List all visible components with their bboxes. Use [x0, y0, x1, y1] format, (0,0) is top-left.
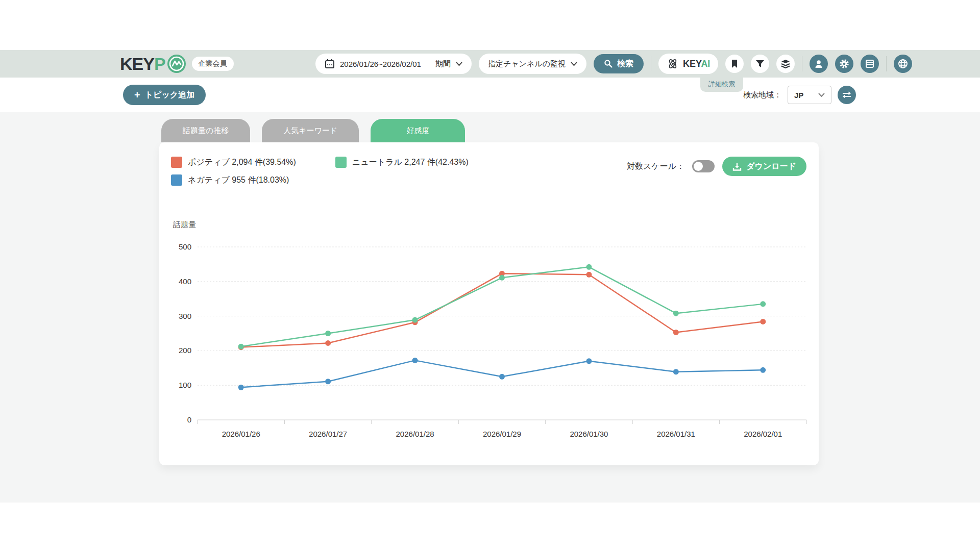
region-select[interactable]: JP [788, 86, 831, 104]
filter-button[interactable] [751, 55, 769, 73]
bookmark-button[interactable] [725, 55, 744, 73]
add-topic-label: トピック追加 [145, 90, 195, 101]
logo: KEYP 企業会員 [120, 50, 234, 78]
data-point-ネガティブ-2026/01/28 [412, 358, 418, 363]
header-divider [886, 56, 887, 71]
atom-icon [667, 58, 679, 70]
tab-label: 人気キーワード [283, 126, 337, 136]
layers-icon [780, 59, 791, 69]
data-point-ネガティブ-2026/01/27 [325, 379, 331, 384]
channel-select-value: 指定チャンネルの監視 [488, 59, 566, 69]
advanced-search-tab[interactable]: 詳細検索 [700, 78, 743, 92]
tab-1[interactable]: 人気キーワード [262, 119, 359, 142]
chevron-down-icon [456, 62, 462, 66]
data-point-ネガティブ-2026/02/01 [760, 367, 766, 373]
tab-2-active[interactable]: 好感度 [371, 119, 465, 142]
swap-region-button[interactable] [838, 86, 856, 104]
date-range-picker[interactable]: 2026/01/26~2026/02/01 期間 [315, 54, 472, 74]
data-point-ポジティブ-2026/01/30 [586, 272, 592, 278]
x-tick-label: 2026/01/31 [657, 430, 695, 438]
download-label: ダウンロード [746, 161, 796, 172]
globe-icon [897, 58, 909, 69]
y-tick-label: 0 [187, 415, 191, 424]
region-select-value: JP [794, 91, 803, 99]
y-tick-label: 400 [179, 277, 191, 286]
content-area: 話題量の推移人気キーワード好感度 ポジティブ 2,094 件(39.54%)ニュ… [0, 112, 980, 503]
advanced-search-label: 詳細検索 [708, 80, 735, 88]
period-label: 期間 [435, 59, 451, 69]
x-tick-label: 2026/01/29 [483, 430, 521, 438]
channel-select[interactable]: 指定チャンネルの監視 [479, 54, 586, 74]
tab-label: 話題量の推移 [183, 126, 229, 136]
data-point-ネガティブ-2026/01/26 [238, 385, 244, 390]
data-point-ネガティブ-2026/01/30 [586, 358, 592, 364]
data-point-ポジティブ-2026/01/31 [673, 330, 679, 335]
y-tick-label: 500 [179, 242, 191, 251]
toggle-knob [694, 162, 703, 171]
keyai-button[interactable]: KEYAI [658, 54, 718, 74]
sentiment-line-chart: 01002003004005002026/01/262026/01/272026… [168, 237, 817, 454]
data-point-ニュートラル-2026/01/31 [673, 311, 679, 316]
user-icon [814, 59, 824, 69]
tab-label: 好感度 [406, 126, 429, 136]
header-bar: KEYP 企業会員 2026/01/26~2026/02/01 期間 [0, 50, 980, 78]
log-scale-label: 対数スケール： [627, 161, 684, 172]
data-point-ニュートラル-2026/01/26 [238, 344, 244, 349]
member-badge: 企業会員 [192, 57, 234, 71]
legend-item-2[interactable]: ネガティブ 955 件(18.03%) [171, 174, 335, 186]
add-topic-button[interactable]: + トピック追加 [123, 85, 206, 105]
language-button[interactable] [894, 55, 912, 73]
series-line-ポジティブ [241, 273, 763, 347]
settings-button[interactable] [835, 55, 853, 73]
card-icon [865, 59, 875, 69]
legend-label: ポジティブ 2,094 件(39.54%) [188, 157, 296, 168]
logo-text: KEYP [120, 54, 187, 74]
keyai-key-text: KEY [683, 59, 701, 69]
card-view-button[interactable] [861, 55, 879, 73]
legend-swatch [171, 157, 182, 168]
tab-0[interactable]: 話題量の推移 [161, 119, 250, 142]
sentiment-chart-card: ポジティブ 2,094 件(39.54%)ニュートラル 2,247 件(42.4… [159, 142, 819, 465]
plus-icon: + [134, 90, 140, 100]
download-icon [732, 162, 742, 171]
legend-item-0[interactable]: ポジティブ 2,094 件(39.54%) [171, 157, 335, 168]
x-tick-label: 2026/01/27 [309, 430, 347, 438]
data-point-ポジティブ-2026/02/01 [760, 319, 766, 324]
y-tick-label: 300 [179, 312, 191, 320]
data-point-ニュートラル-2026/01/29 [499, 275, 505, 281]
legend-label: ニュートラル 2,247 件(42.43%) [352, 157, 469, 168]
y-tick-label: 100 [179, 381, 191, 389]
download-button[interactable]: ダウンロード [722, 157, 806, 176]
toolbar-row: + トピック追加 詳細検索 検索地域： JP [0, 78, 980, 112]
x-tick-label: 2026/01/30 [570, 430, 608, 438]
search-icon [604, 59, 613, 68]
user-button[interactable] [810, 55, 828, 73]
calendar-icon [325, 59, 335, 69]
data-point-ニュートラル-2026/01/28 [412, 317, 418, 323]
date-range-value: 2026/01/26~2026/02/01 [340, 60, 421, 68]
x-tick-label: 2026/02/01 [744, 430, 782, 438]
filter-icon [755, 59, 765, 68]
header-divider [802, 56, 802, 71]
legend-item-1[interactable]: ニュートラル 2,247 件(42.43%) [335, 157, 469, 168]
chevron-down-icon [571, 62, 577, 66]
x-tick-label: 2026/01/26 [222, 430, 260, 438]
search-button[interactable]: 検索 [594, 54, 644, 73]
region-label: 検索地域： [743, 90, 781, 100]
logo-p-text: P [154, 54, 165, 74]
bookmark-icon [730, 59, 739, 68]
chevron-down-icon [818, 93, 825, 97]
y-tick-label: 200 [179, 346, 191, 355]
legend-swatch [171, 174, 182, 186]
x-tick-label: 2026/01/28 [396, 430, 434, 438]
layers-button[interactable] [776, 55, 795, 73]
chart-legend: ポジティブ 2,094 件(39.54%)ニュートラル 2,247 件(42.4… [171, 157, 469, 186]
data-point-ネガティブ-2026/01/29 [499, 374, 505, 380]
chart-tabs: 話題量の推移人気キーワード好感度 [161, 119, 465, 142]
log-scale-toggle[interactable] [692, 160, 715, 172]
data-point-ニュートラル-2026/01/27 [325, 331, 331, 336]
swap-icon [842, 90, 852, 100]
data-point-ポジティブ-2026/01/27 [325, 340, 331, 346]
chart-y-axis-title: 話題量 [173, 220, 196, 230]
search-button-label: 検索 [617, 59, 633, 69]
